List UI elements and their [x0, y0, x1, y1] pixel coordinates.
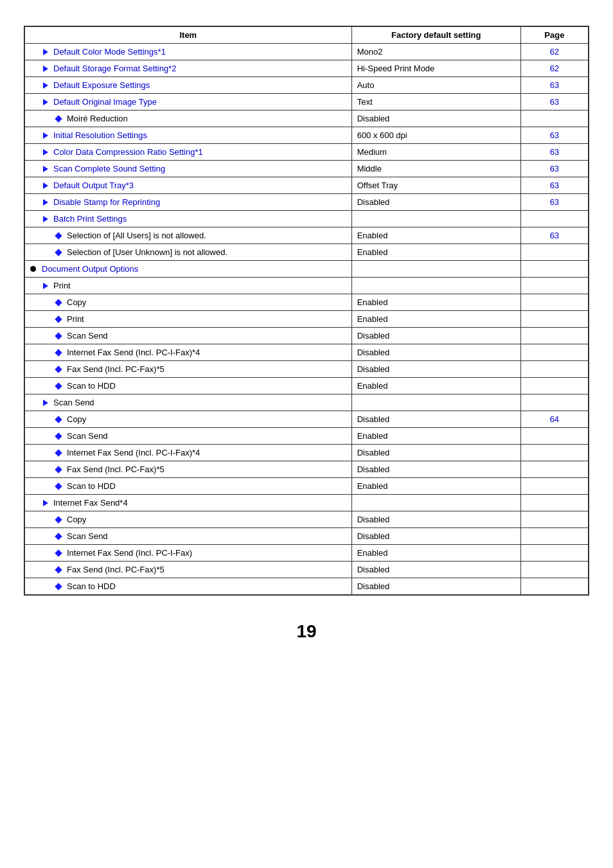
table-row: Fax Send (Incl. PC-Fax)*5Disabled	[25, 461, 589, 478]
page-value: 63	[520, 144, 588, 161]
table-row: Moiré ReductionDisabled	[25, 111, 589, 127]
arrow-right-icon	[43, 216, 48, 222]
row-link[interactable]: Disable Stamp for Reprinting	[53, 197, 160, 207]
table-row: Selection of [User Unknown] is not allow…	[25, 244, 589, 261]
row-label: Print	[67, 314, 84, 324]
row-link[interactable]: Document Output Options	[42, 264, 138, 274]
page-value	[520, 244, 588, 261]
factory-value: Disabled	[351, 111, 520, 127]
factory-value: Medium	[351, 144, 520, 161]
row-link[interactable]: Default Storage Format Setting*2	[53, 64, 177, 73]
factory-value: Disabled	[351, 411, 520, 428]
row-link[interactable]: Scan Complete Sound Setting	[53, 164, 165, 173]
page-value	[520, 478, 588, 495]
page-value: 62	[520, 44, 588, 60]
table-row: Scan SendDisabled	[25, 328, 589, 344]
row-label: Internet Fax Send (Incl. PC-I-Fax)*4	[67, 348, 200, 357]
factory-value: Enabled	[351, 294, 520, 311]
row-link[interactable]: Default Exposure Settings	[53, 80, 150, 90]
row-label: Copy	[67, 414, 86, 424]
row-label: Selection of [All Users] is not allowed.	[67, 231, 206, 240]
row-label: Print	[53, 281, 71, 290]
row-link[interactable]: Default Output Tray*3	[53, 181, 134, 190]
page-value	[520, 344, 588, 361]
table-row: Default Exposure SettingsAuto63	[25, 77, 589, 94]
diamond-icon	[55, 516, 62, 523]
header-factory: Factory default setting	[351, 27, 520, 44]
row-label: Scan Send	[67, 431, 108, 441]
page-value: 63	[520, 127, 588, 144]
row-link[interactable]: Batch Print Settings	[53, 214, 127, 224]
table-row: PrintEnabled	[25, 311, 589, 328]
page-value	[520, 311, 588, 328]
factory-value: Enabled	[351, 227, 520, 244]
page-value: 63	[520, 227, 588, 244]
page-value: 63	[520, 161, 588, 177]
factory-value: Disabled	[351, 511, 520, 528]
arrow-right-icon	[43, 99, 48, 105]
row-link[interactable]: Default Color Mode Settings*1	[53, 47, 166, 57]
row-label: Scan Send	[53, 398, 94, 407]
table-row: Default Storage Format Setting*2Hi-Speed…	[25, 60, 589, 77]
factory-value: Hi-Speed Print Mode	[351, 60, 520, 77]
row-label: Fax Send (Incl. PC-Fax)*5	[67, 465, 164, 474]
diamond-icon	[55, 416, 62, 423]
table-row: Batch Print Settings	[25, 211, 589, 227]
page-value	[520, 394, 588, 411]
page-value: 62	[520, 60, 588, 77]
factory-value	[351, 394, 520, 411]
factory-value: Enabled	[351, 545, 520, 562]
factory-value: Enabled	[351, 378, 520, 394]
page-value	[520, 378, 588, 394]
row-link[interactable]: Color Data Compression Ratio Setting*1	[53, 147, 203, 157]
table-row: Disable Stamp for ReprintingDisabled63	[25, 194, 589, 211]
diamond-icon	[55, 566, 62, 573]
diamond-icon	[55, 449, 62, 456]
diamond-icon	[55, 249, 62, 256]
page-value	[520, 528, 588, 545]
arrow-right-icon	[43, 66, 48, 72]
diamond-icon	[55, 115, 62, 122]
factory-value: Enabled	[351, 311, 520, 328]
row-label: Selection of [User Unknown] is not allow…	[67, 247, 227, 257]
table-row: Selection of [All Users] is not allowed.…	[25, 227, 589, 244]
row-link[interactable]: Initial Resolution Settings	[53, 130, 147, 140]
page-value	[520, 211, 588, 227]
page-value	[520, 278, 588, 294]
table-row: Scan to HDDEnabled	[25, 378, 589, 394]
header-page: Page	[520, 27, 588, 44]
page-value: 63	[520, 77, 588, 94]
diamond-icon	[55, 466, 62, 473]
page-value: 63	[520, 94, 588, 111]
factory-value: 600 x 600 dpi	[351, 127, 520, 144]
arrow-right-icon	[43, 400, 48, 406]
page-value	[520, 328, 588, 344]
row-label: Internet Fax Send (Incl. PC-I-Fax)	[67, 548, 192, 558]
page-value	[520, 294, 588, 311]
factory-value: Mono2	[351, 44, 520, 60]
page-value	[520, 361, 588, 378]
page-number: 19	[296, 621, 316, 642]
factory-value: Disabled	[351, 578, 520, 595]
page-value	[520, 261, 588, 278]
table-row: Fax Send (Incl. PC-Fax)*5Disabled	[25, 361, 589, 378]
arrow-right-icon	[43, 283, 48, 289]
factory-value: Offset Tray	[351, 177, 520, 194]
factory-value: Disabled	[351, 344, 520, 361]
main-table: Item Factory default setting Page Defaul…	[24, 26, 589, 596]
row-label: Scan Send	[67, 331, 108, 341]
arrow-right-icon	[43, 49, 48, 55]
table-row: Scan to HDDEnabled	[25, 478, 589, 495]
table-row: Internet Fax Send (Incl. PC-I-Fax)*4Disa…	[25, 344, 589, 361]
page-value: 63	[520, 177, 588, 194]
arrow-right-icon	[43, 82, 48, 89]
table-row: Initial Resolution Settings600 x 600 dpi…	[25, 127, 589, 144]
factory-value	[351, 211, 520, 227]
row-link[interactable]: Default Original Image Type	[53, 97, 157, 107]
table-row: Default Color Mode Settings*1Mono262	[25, 44, 589, 60]
table-row: Fax Send (Incl. PC-Fax)*5Disabled	[25, 562, 589, 578]
diamond-icon	[55, 483, 62, 490]
page-value: 64	[520, 411, 588, 428]
page-value	[520, 545, 588, 562]
table-row: Scan Complete Sound SettingMiddle63	[25, 161, 589, 177]
